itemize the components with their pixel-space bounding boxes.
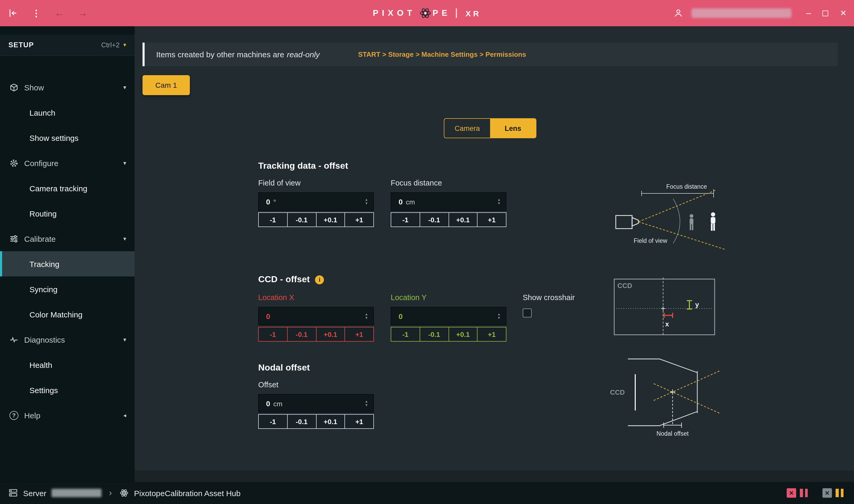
y-step-minus-0-1[interactable]: -0.1 (420, 327, 449, 342)
location-x-label: Location X (258, 293, 374, 304)
close-status-icon-pink[interactable]: ✕ (787, 488, 796, 498)
show-crosshair-group: Show crosshair (523, 293, 575, 318)
x-step-plus-1[interactable]: +1 (345, 327, 374, 342)
sidebar-item-color-matching[interactable]: Color Matching (0, 302, 135, 327)
sidebar-item-label: Color Matching (30, 310, 83, 319)
svg-text:y: y (695, 301, 699, 308)
sidebar-group-label: Diagnostics (24, 335, 65, 344)
location-x-step-buttons: -1 -0.1 +0.1 +1 (258, 327, 374, 342)
focus-step-minus-0-1[interactable]: -0.1 (420, 212, 449, 227)
notice-text: Items created by other machines are read… (156, 42, 320, 66)
user-account-icon[interactable] (673, 7, 684, 19)
fov-step-plus-0-1[interactable]: +0.1 (316, 212, 345, 227)
sidebar-nav: Show ▾ Launch Show settings Configure ▾ … (0, 75, 135, 428)
fov-step-minus-0-1[interactable]: -0.1 (287, 212, 317, 227)
sidebar-group-diagnostics[interactable]: Diagnostics ▾ (0, 327, 135, 352)
status-group-yellow: ✕ (822, 488, 843, 498)
stepper-icon[interactable]: ▲▼ (497, 313, 501, 320)
notice-accent-bar (142, 42, 145, 66)
menu-dots-icon[interactable]: ⋮ (31, 7, 42, 19)
sidebar-item-label: Syncing (30, 285, 57, 293)
sidebar-item-label: Launch (30, 108, 55, 117)
pulse-icon (10, 335, 18, 344)
tab-camera[interactable]: Camera (445, 119, 490, 138)
chevron-down-icon: ▾ (123, 84, 126, 91)
focus-step-buttons: -1 -0.1 +0.1 +1 (391, 212, 506, 227)
stepper-icon[interactable]: ▲▼ (365, 198, 368, 205)
minimize-button[interactable]: – (806, 8, 811, 18)
location-y-input[interactable]: 0 ▲▼ (391, 307, 506, 325)
status-group-pink: ✕ (787, 488, 808, 498)
sidebar-item-camera-tracking[interactable]: Camera tracking (0, 176, 135, 201)
location-y-step-buttons: -1 -0.1 +0.1 +1 (391, 327, 506, 342)
sidebar-item-syncing[interactable]: Syncing (0, 276, 135, 302)
pause-bars-icon-pink[interactable] (800, 489, 808, 497)
offset-input[interactable]: 0cm ▲▼ (258, 394, 374, 413)
sidebar-item-routing[interactable]: Routing (0, 201, 135, 226)
svg-text:CCD: CCD (610, 389, 625, 396)
server-label[interactable]: Server (23, 488, 46, 498)
x-step-minus-0-1[interactable]: -0.1 (287, 327, 317, 342)
svg-text:Nodal offset: Nodal offset (657, 430, 689, 437)
app-window: ⋮ ← → PIXOT PE XR (0, 0, 854, 504)
focus-distance-input[interactable]: 0cm ▲▼ (391, 192, 506, 211)
sidebar-group-configure[interactable]: Configure ▾ (0, 150, 135, 176)
sidebar-group-help[interactable]: ? Help ◂ (0, 402, 135, 428)
info-icon[interactable]: i (315, 275, 324, 284)
user-email-redacted[interactable] (692, 8, 791, 18)
sidebar-item-label: Camera tracking (30, 184, 87, 193)
x-step-minus-1[interactable]: -1 (258, 327, 287, 342)
offset-label: Offset (258, 380, 374, 391)
notice-message: Items created by other machines are (156, 50, 284, 59)
focus-step-plus-0-1[interactable]: +0.1 (448, 212, 478, 227)
y-step-minus-1[interactable]: -1 (391, 327, 420, 342)
sidebar: SETUP Ctrl+2 ▾ Show ▾ Launch Show settin… (0, 26, 135, 482)
chevron-down-icon: ▾ (123, 336, 126, 343)
sidebar-group-calibrate[interactable]: Calibrate ▾ (0, 226, 135, 251)
y-step-plus-1[interactable]: +1 (477, 327, 507, 342)
focus-step-minus-1[interactable]: -1 (391, 212, 420, 227)
sidebar-item-health[interactable]: Health (0, 352, 135, 377)
field-of-view-input[interactable]: 0° ▲▼ (258, 192, 374, 211)
chevron-left-icon: ◂ (123, 412, 126, 419)
location-x-input[interactable]: 0 ▲▼ (258, 307, 374, 325)
back-icon[interactable]: ← (54, 7, 65, 19)
setup-mode-selector[interactable]: SETUP Ctrl+2 ▾ (0, 35, 135, 56)
y-step-plus-0-1[interactable]: +0.1 (448, 327, 478, 342)
fov-step-minus-1[interactable]: -1 (258, 212, 287, 227)
sidebar-item-launch[interactable]: Launch (0, 100, 135, 125)
tab-lens[interactable]: Lens (490, 119, 536, 138)
forward-icon[interactable]: → (77, 7, 88, 19)
offset-step-plus-0-1[interactable]: +0.1 (316, 414, 345, 429)
field-of-view-label: Field of view (258, 179, 374, 189)
x-step-plus-0-1[interactable]: +0.1 (316, 327, 345, 342)
offset-step-plus-1[interactable]: +1 (345, 414, 374, 429)
stepper-icon[interactable]: ▲▼ (497, 198, 501, 205)
close-status-icon-gray[interactable]: ✕ (822, 488, 832, 498)
collapse-sidebar-icon[interactable] (7, 7, 19, 19)
sidebar-group-show[interactable]: Show ▾ (0, 75, 135, 100)
close-button[interactable]: ✕ (840, 8, 847, 18)
sidebar-item-show-settings[interactable]: Show settings (0, 125, 135, 150)
server-name-redacted (52, 489, 102, 497)
offset-step-minus-1[interactable]: -1 (258, 414, 287, 429)
pause-bars-icon-yellow[interactable] (836, 489, 843, 497)
offset-step-minus-0-1[interactable]: -0.1 (287, 414, 317, 429)
chevron-down-icon: ▾ (123, 235, 126, 242)
stepper-icon[interactable]: ▲▼ (365, 400, 368, 407)
svg-text:CCD: CCD (617, 282, 632, 290)
focus-step-plus-1[interactable]: +1 (477, 212, 507, 227)
sidebar-item-tracking[interactable]: Tracking (0, 251, 135, 276)
fov-step-plus-1[interactable]: +1 (345, 212, 374, 227)
cam-1-button[interactable]: Cam 1 (142, 75, 190, 95)
breadcrumb[interactable]: START > Storage > Machine Settings > Per… (358, 42, 526, 66)
chevron-right-icon: › (109, 488, 112, 498)
sidebar-group-label: Help (24, 411, 40, 420)
asset-hub-label[interactable]: PixotopeCalibration Asset Hub (134, 488, 241, 498)
sidebar-item-settings[interactable]: Settings (0, 377, 135, 402)
stepper-icon[interactable]: ▲▼ (365, 313, 368, 320)
brand-text-right: PE (433, 8, 451, 18)
show-crosshair-checkbox[interactable] (523, 308, 531, 318)
maximize-button[interactable] (823, 10, 829, 16)
sliders-icon (10, 234, 18, 243)
